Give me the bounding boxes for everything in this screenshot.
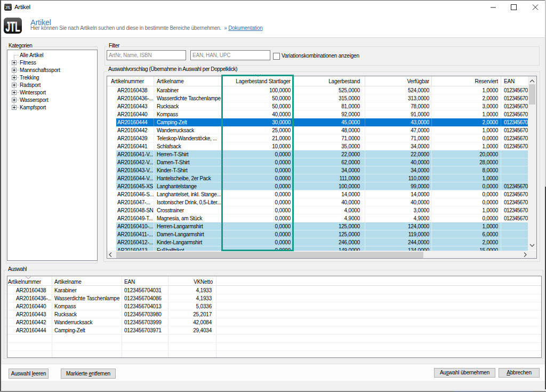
svg-text:JTL: JTL (6, 19, 20, 34)
svg-text:JTL: JTL (5, 6, 11, 10)
